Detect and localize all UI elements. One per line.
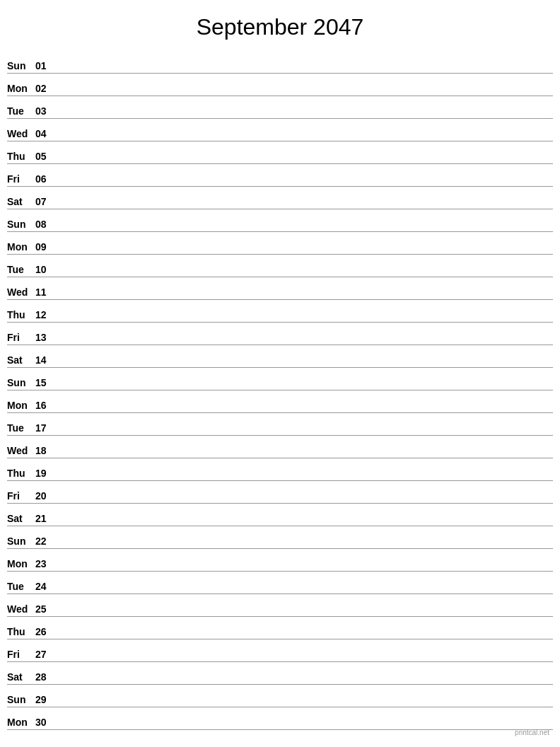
day-row: Thu19 — [7, 458, 553, 481]
day-line — [55, 365, 553, 366]
day-row: Thu26 — [7, 617, 553, 639]
day-row: Mon16 — [7, 390, 553, 413]
day-name: Sun — [7, 694, 35, 705]
day-line — [55, 523, 553, 524]
day-row: Wed04 — [7, 119, 553, 141]
day-number: 20 — [35, 490, 55, 502]
day-row: Fri20 — [7, 481, 553, 504]
day-name: Fri — [7, 173, 35, 185]
day-line — [55, 637, 553, 637]
day-number: 07 — [35, 196, 55, 207]
day-name: Sun — [7, 219, 35, 230]
day-name: Wed — [7, 445, 35, 456]
day-number: 11 — [35, 286, 55, 298]
day-line — [55, 478, 553, 479]
day-row: Tue24 — [7, 572, 553, 594]
day-row: Sun22 — [7, 526, 553, 549]
day-number: 16 — [35, 400, 55, 411]
day-number: 24 — [35, 581, 55, 592]
day-line — [55, 727, 553, 728]
day-number: 15 — [35, 377, 55, 388]
day-number: 25 — [35, 603, 55, 615]
day-line — [55, 116, 553, 117]
day-line — [55, 705, 553, 705]
day-number: 12 — [35, 309, 55, 320]
day-number: 03 — [35, 105, 55, 117]
day-number: 01 — [35, 60, 55, 71]
day-name: Fri — [7, 332, 35, 343]
day-row: Thu05 — [7, 141, 553, 164]
day-line — [55, 207, 553, 207]
day-line — [55, 320, 553, 320]
day-line — [55, 569, 553, 569]
day-line — [55, 682, 553, 683]
day-name: Tue — [7, 105, 35, 117]
day-row: Sun01 — [7, 51, 553, 74]
day-row: Wed11 — [7, 277, 553, 300]
day-name: Sun — [7, 535, 35, 547]
day-number: 26 — [35, 626, 55, 637]
day-number: 18 — [35, 445, 55, 456]
footer-text: printcal.net — [515, 729, 549, 736]
day-number: 19 — [35, 468, 55, 479]
day-name: Thu — [7, 151, 35, 162]
day-name: Thu — [7, 309, 35, 320]
day-row: Wed18 — [7, 436, 553, 458]
day-name: Thu — [7, 626, 35, 637]
day-name: Mon — [7, 717, 35, 728]
day-name: Mon — [7, 83, 35, 94]
day-row: Fri06 — [7, 164, 553, 187]
day-row: Wed25 — [7, 594, 553, 617]
day-number: 28 — [35, 671, 55, 683]
day-number: 23 — [35, 558, 55, 569]
day-line — [55, 161, 553, 162]
day-line — [55, 456, 553, 456]
day-name: Tue — [7, 422, 35, 434]
day-number: 05 — [35, 151, 55, 162]
calendar-container: Sun01Mon02Tue03Wed04Thu05Fri06Sat07Sun08… — [0, 51, 560, 730]
day-number: 02 — [35, 83, 55, 94]
day-number: 09 — [35, 241, 55, 253]
day-name: Sat — [7, 671, 35, 683]
day-row: Fri13 — [7, 323, 553, 345]
day-line — [55, 659, 553, 660]
day-name: Sat — [7, 196, 35, 207]
day-name: Mon — [7, 400, 35, 411]
day-row: Sat14 — [7, 345, 553, 368]
day-number: 06 — [35, 173, 55, 185]
day-row: Mon02 — [7, 74, 553, 96]
day-line — [55, 93, 553, 94]
day-line — [55, 342, 553, 343]
day-row: Tue17 — [7, 413, 553, 436]
day-row: Sat28 — [7, 662, 553, 685]
day-line — [55, 71, 553, 71]
day-number: 27 — [35, 649, 55, 660]
day-row: Thu12 — [7, 300, 553, 323]
day-name: Sat — [7, 354, 35, 366]
day-name: Thu — [7, 468, 35, 479]
day-number: 13 — [35, 332, 55, 343]
day-row: Tue10 — [7, 255, 553, 277]
day-line — [55, 614, 553, 615]
day-name: Mon — [7, 558, 35, 569]
page-title: September 2047 — [0, 0, 560, 51]
day-row: Sat21 — [7, 504, 553, 526]
day-line — [55, 388, 553, 388]
day-name: Fri — [7, 490, 35, 502]
day-name: Tue — [7, 264, 35, 275]
day-number: 22 — [35, 535, 55, 547]
day-line — [55, 184, 553, 185]
day-row: Mon23 — [7, 549, 553, 572]
day-name: Sun — [7, 377, 35, 388]
day-number: 30 — [35, 717, 55, 728]
day-line — [55, 297, 553, 298]
day-line — [55, 139, 553, 139]
day-row: Sat07 — [7, 187, 553, 209]
day-line — [55, 252, 553, 253]
day-line — [55, 410, 553, 411]
day-name: Sat — [7, 513, 35, 524]
day-row: Mon09 — [7, 232, 553, 255]
day-line — [55, 546, 553, 547]
day-name: Fri — [7, 649, 35, 660]
day-number: 21 — [35, 513, 55, 524]
